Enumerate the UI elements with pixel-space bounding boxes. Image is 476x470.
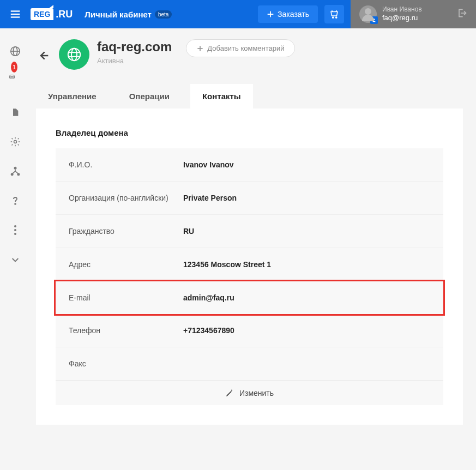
section-title: Владелец домена: [56, 128, 443, 137]
plus-icon: [267, 10, 274, 18]
row-label: Гражданство: [69, 227, 183, 236]
top-bar: REG .RU Личный кабинет beta Заказать Ива…: [0, 0, 476, 28]
svg-point-16: [14, 229, 16, 231]
svg-point-14: [15, 203, 16, 204]
domain-status: Активна: [97, 57, 172, 65]
avatar: [359, 5, 377, 23]
row-label: E-mail: [69, 293, 183, 302]
edit-label: Изменить: [239, 389, 274, 397]
svg-point-17: [14, 233, 16, 235]
rail-notification-badge: 1: [11, 62, 17, 73]
svg-point-5: [373, 19, 375, 20]
add-comment-button[interactable]: Добавить комментарий: [186, 39, 294, 57]
table-row-address: Адрес 123456 Moscow Street 1: [56, 248, 443, 281]
tab-contacts[interactable]: Контакты: [190, 84, 253, 109]
beta-badge: beta: [155, 10, 172, 19]
rail-gear-icon[interactable]: [9, 135, 22, 148]
rail-help-icon[interactable]: [9, 194, 22, 207]
cabinet-text: Личный кабинет: [85, 10, 152, 19]
domain-title: faq-reg.com: [97, 39, 172, 55]
rail-kebab-icon[interactable]: [9, 224, 22, 237]
svg-point-9: [10, 75, 15, 77]
tabs: Управление Операции Контакты: [36, 84, 463, 109]
tab-operations[interactable]: Операции: [117, 84, 182, 109]
table-row-phone: Телефон +71234567890: [56, 314, 443, 347]
pencil-icon: [225, 389, 234, 397]
cart-button[interactable]: [324, 5, 344, 23]
table-row-email: E-mail admin@faq.ru: [54, 280, 445, 316]
order-label: Заказать: [278, 10, 309, 19]
svg-point-4: [336, 17, 337, 18]
rail-coins-icon[interactable]: 1: [9, 74, 22, 80]
edit-button[interactable]: Изменить: [56, 381, 443, 405]
contacts-card: Владелец домена Ф.И.О. Ivanov Ivanov Орг…: [36, 109, 463, 425]
row-value: admin@faq.ru: [183, 293, 234, 302]
table-row-org: Организация (по-английски) Private Perso…: [56, 182, 443, 215]
rail-hierarchy-icon[interactable]: [9, 165, 22, 178]
row-value: Private Person: [183, 194, 237, 202]
row-label: Факс: [69, 359, 183, 368]
row-value: +71234567890: [183, 326, 234, 335]
row-label: Ф.И.О.: [69, 160, 183, 169]
domain-globe-icon: [59, 39, 89, 70]
svg-point-10: [14, 141, 17, 143]
side-rail: 1: [0, 28, 31, 425]
rail-globe-icon[interactable]: [9, 45, 22, 58]
logout-icon: [456, 8, 467, 19]
svg-point-3: [333, 17, 334, 18]
back-button[interactable]: [36, 48, 51, 63]
tab-manage[interactable]: Управление: [36, 84, 109, 109]
table-row-fio: Ф.И.О. Ivanov Ivanov: [56, 148, 443, 182]
table-row-citizenship: Гражданство RU: [56, 215, 443, 248]
row-value: 123456 Moscow Street 1: [183, 260, 271, 269]
row-value: RU: [183, 227, 194, 236]
logo-suffix: .RU: [56, 9, 73, 20]
user-name: Иван Иванов: [382, 5, 422, 14]
row-value: Ivanov Ivanov: [183, 160, 234, 169]
owner-info-table: Ф.И.О. Ivanov Ivanov Организация (по-анг…: [56, 148, 443, 405]
cabinet-label: Личный кабинет beta: [79, 10, 177, 19]
row-label: Организация (по-английски): [69, 194, 183, 202]
svg-point-15: [14, 225, 16, 227]
svg-point-19: [71, 49, 77, 61]
row-label: Адрес: [69, 260, 183, 269]
table-row-fax: Факс: [56, 347, 443, 381]
user-text: Иван Иванов faq@reg.ru: [382, 5, 422, 23]
logout-button[interactable]: [456, 8, 467, 21]
plus-icon: [196, 45, 204, 52]
cart-icon: [329, 9, 339, 19]
row-label: Телефон: [69, 326, 183, 335]
hamburger-menu[interactable]: [0, 0, 31, 28]
svg-point-11: [14, 167, 17, 170]
user-email: faq@reg.ru: [382, 14, 422, 23]
svg-point-18: [68, 49, 81, 61]
domain-header: faq-reg.com Активна Добавить комментарий: [36, 39, 463, 70]
order-button[interactable]: Заказать: [258, 5, 318, 23]
rail-file-icon[interactable]: [9, 106, 22, 119]
user-block[interactable]: Иван Иванов faq@reg.ru: [351, 0, 476, 28]
logo[interactable]: REG .RU: [31, 0, 79, 28]
avatar-badge-icon: [370, 16, 378, 24]
main-content: faq-reg.com Активна Добавить комментарий…: [31, 28, 476, 425]
rail-chevron-down-icon[interactable]: [9, 253, 22, 266]
logo-badge: REG: [31, 8, 53, 20]
add-comment-label: Добавить комментарий: [207, 44, 284, 52]
